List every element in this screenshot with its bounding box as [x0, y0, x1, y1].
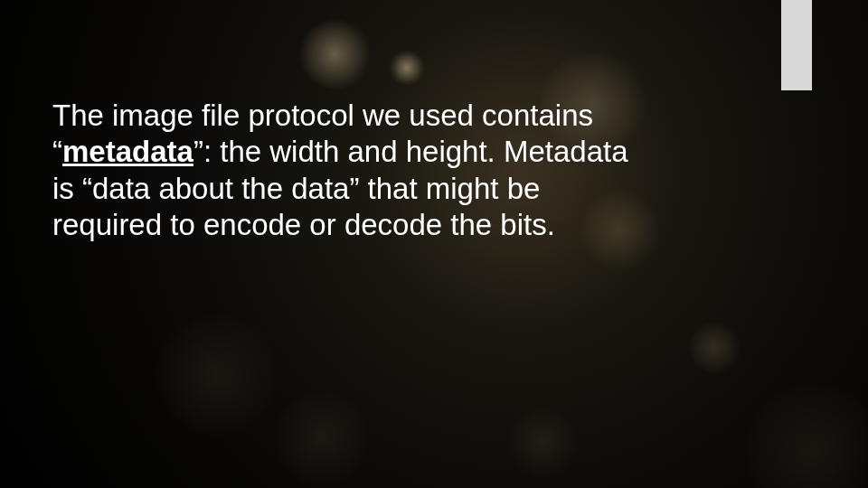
slide: The image file protocol we used contains… — [0, 0, 868, 488]
body-keyword: metadata — [62, 135, 193, 168]
bokeh-circle — [741, 380, 868, 488]
bokeh-circle — [271, 389, 371, 488]
bokeh-circle — [154, 312, 280, 438]
body-text: The image file protocol we used contains… — [52, 98, 631, 243]
bokeh-circle — [687, 321, 741, 375]
bokeh-circle — [298, 18, 371, 90]
accent-bar — [781, 0, 812, 90]
bokeh-circle — [506, 407, 579, 479]
bokeh-circle — [389, 50, 425, 86]
